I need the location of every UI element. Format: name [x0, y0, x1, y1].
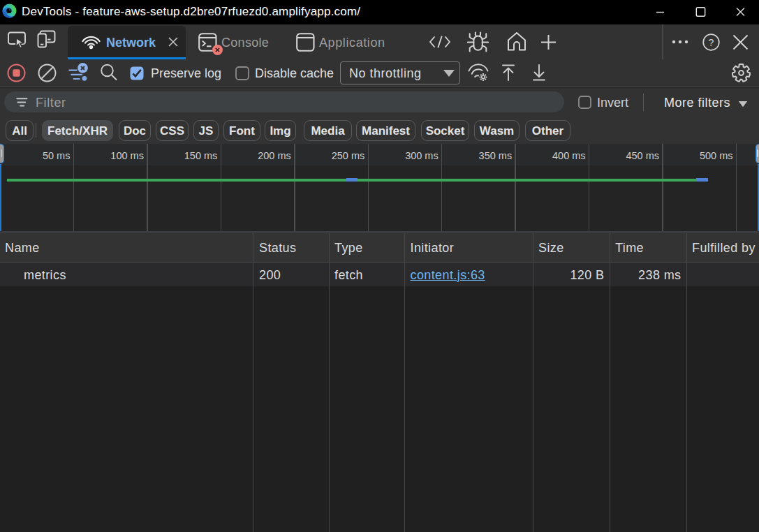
svg-text:?: ?	[709, 37, 714, 48]
